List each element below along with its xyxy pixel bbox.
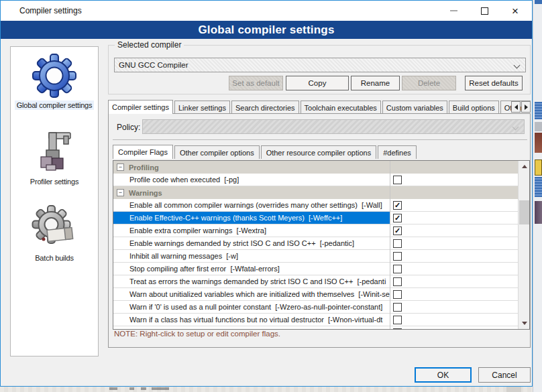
tab-linker-settings[interactable]: Linker settings — [174, 101, 230, 114]
scroll-up-button[interactable] — [519, 161, 530, 172]
checkbox[interactable]: ✓ — [393, 214, 402, 222]
flag-checkbox-cell — [390, 288, 518, 300]
background-text-fragment — [141, 387, 146, 390]
flag-option-row[interactable]: Warn if '0' is used as a null pointer co… — [113, 301, 518, 314]
maximize-icon — [481, 7, 488, 15]
flag-label: Enable Effective-C++ warnings (thanks Sc… — [113, 212, 390, 224]
flag-label: Warn about unitialized variables which a… — [113, 288, 390, 300]
tab-compiler-settings[interactable]: Compiler settings — [108, 100, 173, 114]
background-window-strip-bottom — [0, 386, 533, 392]
tab-build-options[interactable]: Build options — [449, 101, 499, 114]
flag-category-row[interactable]: −Profiling — [113, 161, 518, 174]
checkbox[interactable] — [393, 252, 402, 261]
checkbox[interactable] — [393, 303, 402, 312]
flag-label: Enable warnings demanded by strict ISO C… — [113, 237, 390, 249]
sidebar-item-label: Global compiler settings — [15, 101, 95, 110]
tab-other-resource-compiler-options[interactable]: Other resource compiler options — [261, 145, 377, 159]
tab-scroll-right-button[interactable] — [521, 101, 531, 113]
flag-checkbox-cell — [390, 250, 518, 262]
flags-scrollbar[interactable] — [518, 161, 529, 329]
flag-checkbox-cell — [390, 174, 518, 186]
tab-next-icon — [525, 105, 528, 110]
flag-label: Profile code when executed [-pg] — [113, 174, 390, 186]
flag-option-row[interactable]: Enable all common compiler warnings (ove… — [113, 199, 518, 212]
title-bar[interactable]: Compiler settings × — [1, 1, 532, 21]
tab-custom-variables[interactable]: Custom variables — [382, 101, 447, 114]
maximize-button[interactable] — [469, 1, 500, 21]
background-icon — [535, 201, 542, 224]
groupbox-label: Selected compiler — [115, 40, 184, 50]
tab-compiler-flags[interactable]: Compiler Flags — [113, 145, 173, 159]
tab-search-directories[interactable]: Search directories — [231, 101, 299, 114]
set-as-default-button[interactable]: Set as default — [229, 76, 283, 90]
flag-option-row[interactable]: Treat as errors the warnings demanded by… — [113, 275, 518, 288]
close-button[interactable]: × — [500, 1, 531, 21]
checkbox[interactable] — [393, 265, 402, 273]
checkbox[interactable]: ✓ — [393, 226, 402, 235]
background-text-fragment — [129, 387, 134, 390]
blue-gear-icon — [29, 51, 80, 101]
flag-checkbox-cell: ✓ — [390, 199, 518, 211]
page-title: Global compiler settings — [198, 23, 334, 37]
reset-defaults-button[interactable]: Reset defaults — [465, 76, 523, 90]
chevron-down-icon — [512, 124, 519, 131]
compiler-settings-dialog: Compiler settings × Global compiler sett… — [0, 0, 533, 387]
settings-category-sidebar: Global compiler settings — [10, 46, 99, 356]
scroll-down-button[interactable] — [519, 318, 530, 329]
checkbox[interactable] — [393, 316, 402, 324]
background-window-strip-right — [533, 0, 542, 392]
collapse-icon[interactable]: − — [117, 189, 124, 196]
window-title: Compiler settings — [1, 6, 82, 15]
flag-label: Stop compiling after first error [-Wfata… — [113, 263, 390, 275]
copy-button[interactable]: Copy — [286, 76, 349, 90]
delete-button[interactable]: Delete — [402, 76, 456, 90]
flag-checkbox-cell — [390, 301, 518, 313]
checkbox[interactable] — [393, 328, 402, 330]
flag-checkbox-cell: ✓ — [390, 212, 518, 224]
flag-category-row[interactable]: −Warnings — [113, 186, 518, 199]
sidebar-item-batch-builds[interactable]: Batch builds — [11, 204, 98, 263]
tab-scroll-left-button[interactable] — [511, 101, 521, 113]
dialog-header-band: Global compiler settings — [1, 21, 532, 39]
minimize-button[interactable] — [438, 1, 469, 21]
flag-checkbox-cell — [390, 275, 518, 287]
flag-option-row[interactable]: Stop compiling after first error [-Wfata… — [113, 263, 518, 275]
tab-prev-icon — [514, 105, 518, 110]
background-icon — [535, 122, 542, 131]
gray-gear-icon — [29, 204, 80, 253]
flag-checkbox-cell — [390, 314, 518, 326]
checkbox[interactable]: ✓ — [393, 201, 402, 210]
flag-checkbox-cell — [390, 263, 518, 275]
checkbox[interactable] — [393, 239, 402, 248]
flag-option-row[interactable]: Enable extra compiler warnings [-Wextra]… — [113, 224, 518, 237]
scrollbar-thumb[interactable] — [519, 200, 529, 224]
background-icon — [535, 0, 542, 4]
flag-option-row[interactable]: Warn if a class has virtual functions bu… — [113, 314, 518, 326]
flag-option-row[interactable]: Warn about unitialized variables which a… — [113, 288, 518, 301]
flag-label: Enable extra compiler warnings [-Wextra] — [113, 224, 390, 237]
sidebar-item-global-compiler-settings[interactable]: Global compiler settings — [11, 51, 98, 110]
tab-other-compiler-options[interactable]: Other compiler options — [174, 145, 260, 159]
background-icon — [535, 177, 542, 197]
tab-toolchain-executables[interactable]: Toolchain executables — [301, 101, 381, 114]
tab-defines[interactable]: #defines — [378, 145, 417, 159]
flag-option-row[interactable]: Profile code when executed [-pg] — [113, 174, 518, 186]
flag-label: Treat as errors the warnings demanded by… — [113, 275, 390, 287]
caliper-icon — [29, 127, 80, 177]
flag-checkbox-cell: ✓ — [390, 224, 518, 237]
flag-option-row[interactable]: Enable warnings demanded by strict ISO C… — [113, 237, 518, 250]
checkbox[interactable] — [393, 277, 402, 286]
ok-button[interactable]: OK — [415, 367, 472, 383]
compiler-combobox[interactable]: GNU GCC Compiler — [114, 58, 526, 72]
flag-option-row[interactable]: Inhibit all warning messages [-w] — [113, 250, 518, 263]
flag-checkbox-cell — [390, 237, 518, 249]
collapse-icon[interactable]: − — [117, 164, 124, 171]
rename-button[interactable]: Rename — [351, 76, 400, 90]
flag-label: Warn if '0' is used as a null pointer co… — [113, 301, 390, 313]
checkbox[interactable] — [393, 290, 402, 299]
flag-option-row[interactable]: Enable Effective-C++ warnings (thanks Sc… — [113, 212, 518, 224]
cancel-button[interactable]: Cancel — [478, 367, 531, 383]
inner-tab-bar: Compiler Flags Other compiler options Ot… — [113, 145, 527, 159]
checkbox[interactable] — [393, 176, 402, 184]
sidebar-item-profiler-settings[interactable]: Profiler settings — [11, 127, 98, 186]
